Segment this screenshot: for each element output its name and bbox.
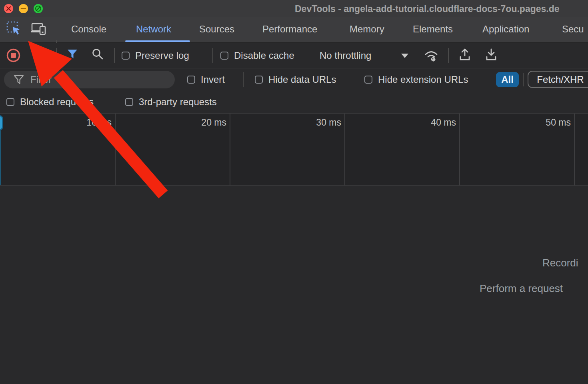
tab-application[interactable]: Application	[482, 17, 529, 41]
chevron-down-icon[interactable]	[401, 54, 408, 58]
clear-network-log-button[interactable]	[32, 49, 45, 62]
search-button[interactable]	[91, 48, 104, 60]
throttling-select[interactable]: No throttling	[320, 47, 371, 64]
timeline-gridline	[459, 114, 460, 186]
timeline-gridline	[115, 114, 116, 186]
hide-data-urls-checkbox[interactable]: Hide data URLs	[255, 71, 336, 88]
filter-toggle-button[interactable]	[66, 48, 78, 60]
empty-state-instruction-text: Perform a request	[480, 282, 563, 295]
disable-cache-checkbox[interactable]: Disable cache	[220, 47, 294, 64]
screen-share-slash-icon	[34, 4, 43, 13]
window-title: DevTools - angela-add-tutorial.cloudflar…	[295, 4, 560, 14]
import-har-icon	[458, 48, 471, 62]
export-har-button[interactable]	[485, 48, 498, 62]
devtools-window: DevTools - angela-add-tutorial.cloudflar…	[0, 0, 588, 384]
minimize-button[interactable]	[19, 4, 28, 13]
request-type-fetch-xhr-button[interactable]: Fetch/XHR	[528, 71, 588, 88]
minimize-icon	[19, 4, 28, 13]
stop-record-icon	[6, 48, 21, 63]
export-har-icon	[485, 48, 498, 62]
filter-funnel-icon	[66, 48, 78, 60]
hide-extension-urls-checkbox[interactable]: Hide extension URLs	[364, 71, 468, 88]
network-filter-row: Filter Invert Hide data URLs Hide extens…	[0, 68, 588, 91]
tab-console[interactable]: Console	[71, 17, 106, 41]
import-har-button[interactable]	[458, 48, 471, 62]
zoom-button[interactable]	[34, 4, 43, 13]
invert-checkbox[interactable]: Invert	[187, 71, 225, 88]
network-conditions-button[interactable]	[423, 48, 440, 63]
checkbox-box	[122, 52, 130, 60]
device-toolbar-button[interactable]	[30, 22, 48, 37]
blocked-requests-checkbox[interactable]: Blocked requests	[6, 93, 94, 111]
active-tab-underline	[125, 40, 190, 42]
checkbox-box	[220, 52, 228, 60]
search-icon	[91, 48, 104, 60]
timeline-tick: 30 ms	[289, 117, 341, 128]
timeline-tick: 20 ms	[174, 117, 226, 128]
checkbox-box	[364, 76, 372, 84]
close-icon	[4, 4, 13, 13]
tab-memory[interactable]: Memory	[350, 17, 384, 41]
tab-performance[interactable]: Performance	[262, 17, 317, 41]
network-overview-timeline: 10 ms 20 ms 30 ms 40 ms 50 ms	[0, 114, 588, 186]
timeline-gridline	[230, 114, 230, 186]
devtools-tab-bar: Console Network Sources Performance Memo…	[0, 17, 588, 43]
filter-divider	[523, 73, 524, 86]
request-filters-row: Blocked requests 3rd-party requests	[0, 91, 588, 114]
filter-divider	[243, 72, 244, 87]
tab-security[interactable]: Secu	[562, 17, 584, 41]
device-toolbar-icon	[30, 22, 48, 37]
stop-recording-button[interactable]	[6, 48, 21, 63]
inspect-element-button[interactable]	[6, 21, 22, 37]
toolbar-divider	[56, 48, 57, 63]
network-toolbar: Preserve log Disable cache No throttling	[0, 43, 588, 68]
timeline-gridline	[344, 114, 345, 186]
checkbox-box	[187, 76, 195, 84]
blue-edge-line	[0, 130, 1, 185]
blue-edge-indicator	[0, 115, 3, 130]
preserve-log-checkbox[interactable]: Preserve log	[122, 47, 189, 64]
empty-state-recording-text: Recordi	[542, 257, 578, 269]
timeline-tick: 40 ms	[404, 117, 456, 128]
tab-elements[interactable]: Elements	[413, 17, 453, 41]
network-conditions-icon	[423, 48, 440, 63]
close-button[interactable]	[4, 4, 13, 13]
filter-input[interactable]: Filter	[4, 71, 175, 88]
funnel-outline-icon	[14, 74, 24, 85]
timeline-gridline	[574, 114, 575, 186]
third-party-requests-checkbox[interactable]: 3rd-party requests	[125, 93, 217, 111]
checkbox-box	[125, 98, 133, 106]
timeline-tick: 50 ms	[519, 117, 571, 128]
request-type-all-button[interactable]: All	[496, 72, 519, 87]
clear-icon	[32, 49, 45, 62]
tab-network[interactable]: Network	[136, 17, 171, 41]
title-bar: DevTools - angela-add-tutorial.cloudflar…	[0, 0, 588, 17]
toolbar-divider	[212, 48, 213, 63]
checkbox-box	[255, 76, 263, 84]
checkbox-box	[6, 98, 14, 106]
toolbar-divider	[448, 48, 449, 63]
inspect-cursor-icon	[6, 21, 22, 37]
timeline-tick: 10 ms	[60, 117, 112, 128]
filter-placeholder: Filter	[30, 74, 52, 85]
toolbar-divider	[114, 48, 115, 63]
tab-sources[interactable]: Sources	[199, 17, 234, 41]
